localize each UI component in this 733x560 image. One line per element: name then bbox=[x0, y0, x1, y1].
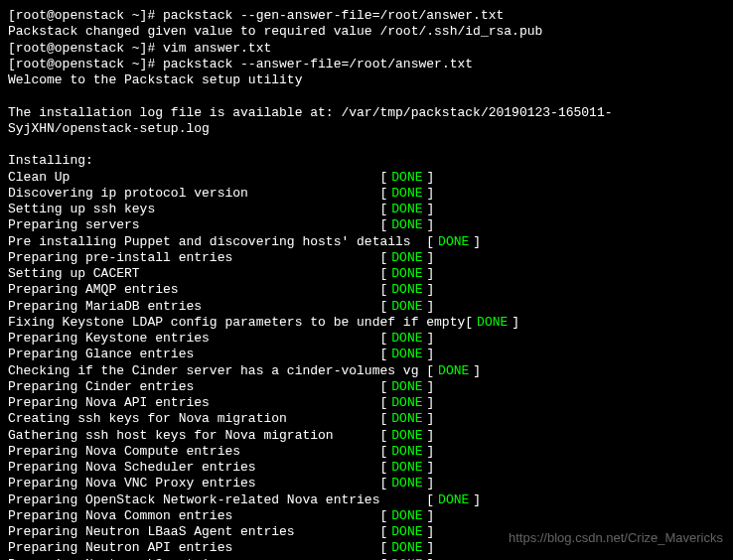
status-done: DONE bbox=[387, 540, 426, 556]
install-task-line: Creating ssh keys for Nova migration [DO… bbox=[8, 411, 725, 427]
install-task-line: Preparing servers [DONE] bbox=[8, 217, 725, 233]
bracket-close: ] bbox=[427, 476, 435, 491]
terminal-line: [root@openstack ~]# packstack --gen-answ… bbox=[8, 8, 725, 24]
bracket-close: ] bbox=[427, 202, 435, 217]
install-task-line: Setting up ssh keys [DONE] bbox=[8, 202, 725, 217]
bracket-close: ] bbox=[473, 363, 481, 379]
shell-prompt: [root@openstack ~]# bbox=[8, 41, 163, 56]
bracket-close: ] bbox=[427, 444, 435, 460]
terminal-line: Welcome to the Packstack setup utility bbox=[8, 72, 725, 88]
bracket-open: [ bbox=[379, 411, 387, 427]
bracket-close: ] bbox=[427, 282, 435, 298]
status-done: DONE bbox=[387, 170, 426, 186]
task-name: Preparing Nova VNC Proxy entries bbox=[8, 476, 379, 491]
bracket-open: [ bbox=[379, 428, 387, 444]
install-task-line: Preparing MariaDB entries [DONE] bbox=[8, 299, 725, 315]
bracket-open: [ bbox=[379, 460, 387, 476]
bracket-close: ] bbox=[427, 508, 435, 524]
install-task-line: Fixing Keystone LDAP config parameters t… bbox=[8, 315, 725, 331]
terminal-line: [root@openstack ~]# packstack --answer-f… bbox=[8, 57, 725, 72]
terminal-line bbox=[8, 137, 725, 153]
bracket-close: ] bbox=[427, 524, 435, 540]
bracket-close: ] bbox=[427, 170, 435, 186]
status-done: DONE bbox=[473, 315, 512, 331]
task-name: Checking if the Cinder server has a cind… bbox=[8, 363, 426, 379]
terminal-output: [root@openstack ~]# packstack --gen-answ… bbox=[8, 8, 725, 560]
task-name: Creating ssh keys for Nova migration bbox=[8, 411, 379, 427]
task-name: Preparing Nova Common entries bbox=[8, 508, 379, 524]
install-task-line: Preparing OpenStack Network-related Nova… bbox=[8, 492, 725, 508]
install-task-line: Preparing AMQP entries [DONE] bbox=[8, 282, 725, 298]
shell-command: packstack --answer-file=/root/answer.txt bbox=[163, 57, 473, 71]
install-task-line: Preparing Nova API entries [DONE] bbox=[8, 395, 725, 411]
install-task-line: Pre installing Puppet and discovering ho… bbox=[8, 234, 725, 250]
bracket-open: [ bbox=[379, 202, 387, 217]
bracket-close: ] bbox=[427, 395, 435, 411]
bracket-open: [ bbox=[379, 508, 387, 524]
task-name: Preparing Neutron L3 entries bbox=[8, 557, 379, 561]
terminal-line: The installation log file is available a… bbox=[8, 105, 725, 138]
bracket-open: [ bbox=[379, 299, 387, 315]
status-done: DONE bbox=[387, 250, 426, 266]
bracket-close: ] bbox=[427, 557, 435, 561]
bracket-open: [ bbox=[379, 395, 387, 411]
install-task-line: Preparing Glance entries [DONE] bbox=[8, 347, 725, 362]
install-task-line: Preparing pre-install entries [DONE] bbox=[8, 250, 725, 266]
bracket-open: [ bbox=[465, 315, 473, 331]
bracket-close: ] bbox=[427, 186, 435, 202]
shell-prompt: [root@openstack ~]# bbox=[8, 57, 163, 71]
bracket-open: [ bbox=[379, 186, 387, 202]
task-name: Preparing Nova API entries bbox=[8, 395, 379, 411]
status-done: DONE bbox=[387, 186, 426, 202]
status-done: DONE bbox=[387, 444, 426, 460]
status-done: DONE bbox=[387, 395, 426, 411]
bracket-close: ] bbox=[427, 411, 435, 427]
status-done: DONE bbox=[387, 508, 426, 524]
install-task-line: Clean Up [DONE] bbox=[8, 170, 725, 186]
bracket-close: ] bbox=[427, 347, 435, 362]
task-name: Preparing MariaDB entries bbox=[8, 299, 379, 315]
task-name: Preparing Neutron API entries bbox=[8, 540, 379, 556]
bracket-close: ] bbox=[427, 299, 435, 315]
task-name: Preparing Keystone entries bbox=[8, 331, 379, 347]
status-done: DONE bbox=[387, 282, 426, 298]
task-name: Preparing Glance entries bbox=[8, 347, 379, 362]
terminal-line: [root@openstack ~]# vim answer.txt bbox=[8, 41, 725, 57]
shell-command: vim answer.txt bbox=[163, 41, 271, 56]
bracket-open: [ bbox=[379, 217, 387, 233]
bracket-open: [ bbox=[379, 331, 387, 347]
status-done: DONE bbox=[387, 217, 426, 233]
bracket-open: [ bbox=[426, 234, 434, 250]
bracket-close: ] bbox=[473, 492, 481, 508]
status-done: DONE bbox=[387, 411, 426, 427]
bracket-open: [ bbox=[379, 266, 387, 282]
terminal-line bbox=[8, 88, 725, 104]
task-name: Pre installing Puppet and discovering ho… bbox=[8, 234, 426, 250]
bracket-close: ] bbox=[427, 540, 435, 556]
install-task-line: Preparing Keystone entries [DONE] bbox=[8, 331, 725, 347]
install-task-line: Discovering ip protocol version [DONE] bbox=[8, 186, 725, 202]
shell-command: packstack --gen-answer-file=/root/answer… bbox=[163, 8, 504, 23]
status-done: DONE bbox=[387, 557, 426, 561]
bracket-close: ] bbox=[427, 379, 435, 395]
watermark-text: https://blog.csdn.net/Crize_Mavericks bbox=[509, 530, 723, 546]
install-task-line: Preparing Cinder entries [DONE] bbox=[8, 379, 725, 395]
install-task-line: Preparing Nova Common entries [DONE] bbox=[8, 508, 725, 524]
bracket-close: ] bbox=[427, 428, 435, 444]
task-name: Setting up CACERT bbox=[8, 266, 379, 282]
task-name: Preparing Nova Scheduler entries bbox=[8, 460, 379, 476]
task-name: Preparing AMQP entries bbox=[8, 282, 379, 298]
bracket-open: [ bbox=[379, 347, 387, 362]
bracket-close: ] bbox=[427, 331, 435, 347]
bracket-open: [ bbox=[379, 557, 387, 561]
bracket-open: [ bbox=[379, 444, 387, 460]
bracket-open: [ bbox=[426, 492, 434, 508]
bracket-open: [ bbox=[379, 170, 387, 186]
status-done: DONE bbox=[387, 524, 426, 540]
install-task-line: Preparing Nova Scheduler entries [DONE] bbox=[8, 460, 725, 476]
status-done: DONE bbox=[387, 460, 426, 476]
terminal-line: Packstack changed given value to require… bbox=[8, 24, 725, 40]
bracket-open: [ bbox=[379, 250, 387, 266]
bracket-open: [ bbox=[379, 379, 387, 395]
status-done: DONE bbox=[387, 476, 426, 491]
